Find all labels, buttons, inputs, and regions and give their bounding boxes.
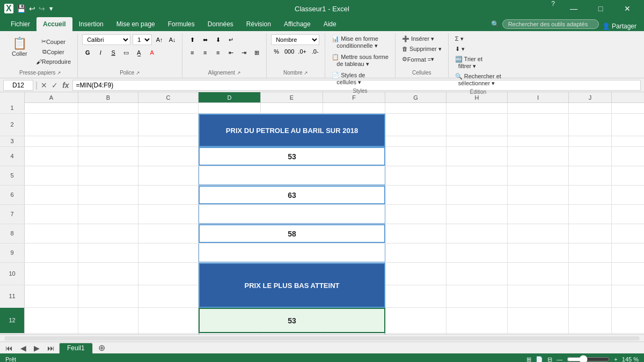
cell-a8[interactable] xyxy=(25,224,78,243)
cell-name-box[interactable] xyxy=(3,80,33,91)
format-button[interactable]: ⚙ Format = ▾ xyxy=(400,55,436,64)
save-icon[interactable]: 💾 xyxy=(17,4,26,13)
cell-g3[interactable] xyxy=(385,136,447,146)
cell-c9[interactable] xyxy=(138,243,199,262)
cell-b9[interactable] xyxy=(78,243,138,262)
cell-a13[interactable] xyxy=(25,334,78,334)
decrease-font-button[interactable]: A↓ xyxy=(167,34,178,45)
col-header-e[interactable]: E xyxy=(261,92,323,102)
cell-i13[interactable] xyxy=(508,334,569,334)
cell-value-row4[interactable]: 53 xyxy=(199,147,385,166)
cell-a3[interactable] xyxy=(25,136,78,146)
table-format-button[interactable]: 📋 Mettre sous forme de tableau ▾ xyxy=(330,53,391,69)
cell-b7[interactable] xyxy=(78,205,138,224)
tab-aide[interactable]: Aide xyxy=(317,17,343,31)
cell-g5[interactable] xyxy=(385,166,447,185)
cell-i6[interactable] xyxy=(508,186,569,204)
format-painter-button[interactable]: 🖌 Reproduire xyxy=(34,57,73,66)
cell-i12[interactable] xyxy=(508,308,569,333)
cell-b10[interactable] xyxy=(78,263,138,285)
cell-a11[interactable] xyxy=(25,285,78,307)
cell-h9[interactable] xyxy=(447,243,508,262)
minimize-button[interactable]: — xyxy=(561,0,586,17)
border-button[interactable]: ▭ xyxy=(121,47,131,58)
insert-button[interactable]: ➕ Insérer ▾ xyxy=(400,34,436,43)
cell-b8[interactable] xyxy=(78,224,138,243)
cell-i3[interactable] xyxy=(508,136,569,146)
cell-styles-button[interactable]: 📄 Styles de cellules ▾ xyxy=(330,71,367,87)
close-button[interactable]: ✕ xyxy=(615,0,640,17)
row-header-1[interactable]: 1 xyxy=(0,103,25,113)
font-color-button[interactable]: A xyxy=(147,47,157,58)
fill-button[interactable]: ⬇ ▾ xyxy=(453,45,467,54)
align-middle-button[interactable]: ⬌ xyxy=(200,34,210,45)
cancel-formula-icon[interactable]: ✕ xyxy=(40,80,48,91)
cell-b5[interactable] xyxy=(78,166,138,185)
cell-c3[interactable] xyxy=(138,136,199,146)
cell-g1[interactable] xyxy=(385,103,447,113)
cell-i11[interactable] xyxy=(508,285,569,307)
cell-b13[interactable] xyxy=(78,334,138,334)
delete-button[interactable]: 🗑 Supprimer ▾ xyxy=(400,45,444,54)
cell-h8[interactable] xyxy=(447,224,508,243)
cell-h1[interactable] xyxy=(447,103,508,113)
cell-g6[interactable] xyxy=(385,186,447,204)
tab-insertion[interactable]: Insertion xyxy=(72,17,110,31)
ribbon-search-input[interactable] xyxy=(502,19,599,29)
cell-g4[interactable] xyxy=(385,147,447,166)
cell-h6[interactable] xyxy=(447,186,508,204)
cell-f1[interactable] xyxy=(323,103,385,113)
col-header-c[interactable]: C xyxy=(138,92,199,102)
cell-a5[interactable] xyxy=(25,166,78,185)
cell-c12[interactable] xyxy=(138,308,199,333)
cell-g11[interactable] xyxy=(385,285,447,307)
col-header-b[interactable]: B xyxy=(78,92,138,102)
row-header-3[interactable]: 3 xyxy=(0,136,25,146)
cell-j5[interactable] xyxy=(569,166,612,185)
cell-f13[interactable] xyxy=(323,334,385,334)
cell-i8[interactable] xyxy=(508,224,569,243)
cell-a1[interactable] xyxy=(25,103,78,113)
maximize-button[interactable]: □ xyxy=(588,0,613,17)
cell-g13[interactable] xyxy=(385,334,447,334)
cell-c5[interactable] xyxy=(138,166,199,185)
sheet-nav-prev[interactable]: ◀ xyxy=(17,343,30,353)
cell-h13[interactable] xyxy=(447,334,508,334)
cell-min-value[interactable]: 53 xyxy=(199,308,385,333)
align-top-button[interactable]: ⬆ xyxy=(187,34,197,45)
cell-j10[interactable] xyxy=(569,263,612,285)
tab-formules[interactable]: Formules xyxy=(162,17,201,31)
cell-g12[interactable] xyxy=(385,308,447,333)
row-header-2[interactable]: 2 xyxy=(0,114,25,136)
indent-dec-button[interactable]: ⇤ xyxy=(225,47,236,58)
number-format-select[interactable]: Nombre xyxy=(271,34,319,45)
normal-view-icon[interactable]: ⊞ xyxy=(526,356,531,363)
cell-i9[interactable] xyxy=(508,243,569,262)
cell-a10[interactable] xyxy=(25,263,78,285)
align-center-button[interactable]: ≡ xyxy=(200,47,210,58)
row-header-8[interactable]: 8 xyxy=(0,224,25,243)
row-header-11[interactable]: 11 xyxy=(0,285,25,307)
cell-d1[interactable] xyxy=(199,103,261,113)
row-header-9[interactable]: 9 xyxy=(0,243,25,262)
cell-c7[interactable] xyxy=(138,205,199,224)
cell-b3[interactable] xyxy=(78,136,138,146)
row-header-5[interactable]: 5 xyxy=(0,166,25,185)
page-break-icon[interactable]: ⊟ xyxy=(547,356,552,363)
row-header-4[interactable]: 4 xyxy=(0,147,25,166)
cell-b2[interactable] xyxy=(78,114,138,136)
cell-h12[interactable] xyxy=(447,308,508,333)
align-left-button[interactable]: ≡ xyxy=(187,47,197,58)
insert-function-icon[interactable]: fx xyxy=(61,80,70,91)
wrap-text-button[interactable]: ↵ xyxy=(225,34,236,45)
cell-j11[interactable] xyxy=(569,285,612,307)
cell-i7[interactable] xyxy=(508,205,569,224)
font-size-select[interactable]: 12 xyxy=(133,34,152,45)
indent-inc-button[interactable]: ⇥ xyxy=(238,47,249,58)
add-sheet-button[interactable]: ⊕ xyxy=(94,342,109,354)
tab-fichier[interactable]: Fichier xyxy=(4,17,36,31)
conditional-format-button[interactable]: 📊 Mise en forme conditionnelle ▾ xyxy=(330,34,380,50)
cell-b4[interactable] xyxy=(78,147,138,166)
cell-j2[interactable] xyxy=(569,114,612,136)
row-header-12[interactable]: 12 xyxy=(0,308,25,333)
